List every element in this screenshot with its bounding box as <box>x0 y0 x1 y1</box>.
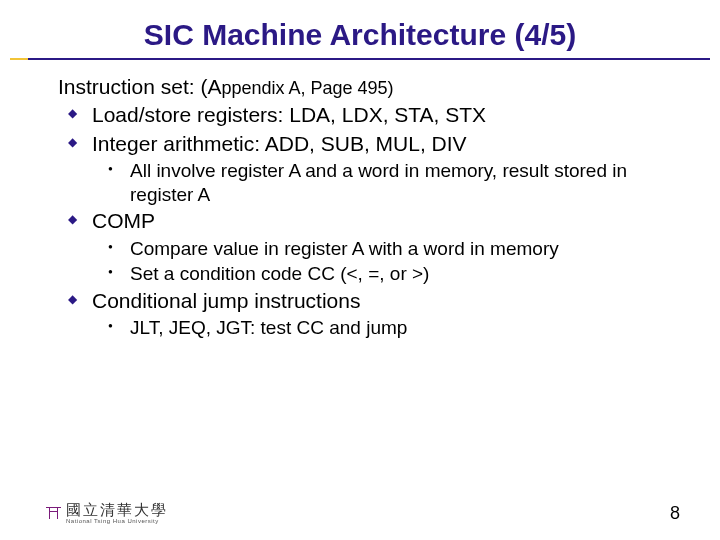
title-underline <box>10 58 710 60</box>
logo-mark-icon: ⛩ <box>46 505 60 523</box>
subbullet-text: All involve register A and a word in mem… <box>130 160 627 205</box>
bullet-text: Load/store registers: LDA, LDX, STA, STX <box>92 103 486 126</box>
bullet-text: COMP <box>92 209 155 232</box>
page-title: SIC Machine Architecture (4/5) <box>0 0 720 58</box>
subbullet-text: Set a condition code CC (<, =, or >) <box>130 263 429 284</box>
subbullet-comp-1: Compare value in register A with a word … <box>58 237 664 261</box>
subbullet-text: Compare value in register A with a word … <box>130 238 559 259</box>
lead-text-b: ppendix A, Page 495) <box>221 78 393 98</box>
logo-text: 國立清華大學 National Tsing Hua University <box>66 503 168 524</box>
content-area: Instruction set: (Appendix A, Page 495) … <box>0 74 720 340</box>
bullet-loadstore: Load/store registers: LDA, LDX, STA, STX <box>58 102 664 128</box>
lead-text-a: Instruction set: (A <box>58 75 221 98</box>
subbullet-intarith: All involve register A and a word in mem… <box>58 159 664 207</box>
subbullet-text: JLT, JEQ, JGT: test CC and jump <box>130 317 407 338</box>
logo-cn: 國立清華大學 <box>66 503 168 518</box>
lead-line: Instruction set: (Appendix A, Page 495) <box>58 74 664 100</box>
subbullet-condjump: JLT, JEQ, JGT: test CC and jump <box>58 316 664 340</box>
page-number: 8 <box>670 503 680 524</box>
bullet-comp: COMP <box>58 208 664 234</box>
slide: SIC Machine Architecture (4/5) Instructi… <box>0 0 720 540</box>
bullet-intarith: Integer arithmetic: ADD, SUB, MUL, DIV <box>58 131 664 157</box>
bullet-condjump: Conditional jump instructions <box>58 288 664 314</box>
logo-en: National Tsing Hua University <box>66 518 168 524</box>
footer: ⛩ 國立清華大學 National Tsing Hua University 8 <box>0 503 720 524</box>
bullet-text: Conditional jump instructions <box>92 289 360 312</box>
subbullet-comp-2: Set a condition code CC (<, =, or >) <box>58 262 664 286</box>
bullet-text: Integer arithmetic: ADD, SUB, MUL, DIV <box>92 132 467 155</box>
footer-logo: ⛩ 國立清華大學 National Tsing Hua University <box>46 503 168 524</box>
